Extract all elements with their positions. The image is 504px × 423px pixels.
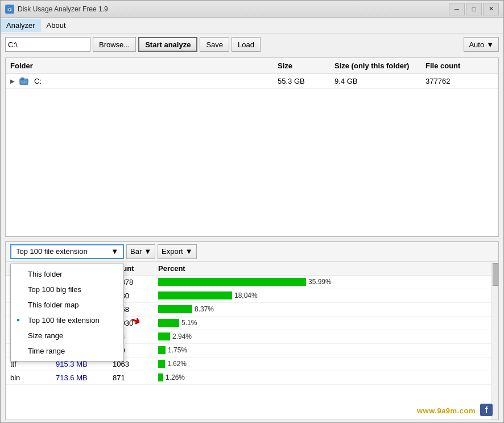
percent-text: 18,04%	[234, 291, 258, 299]
menu-size-range[interactable]: Size range	[11, 328, 123, 343]
export-label: Export	[162, 247, 183, 256]
row-percent: 35.99%	[158, 278, 487, 286]
bottom-toolbar: Top 100 file extension ▼ Bar ▼ Export ▼	[6, 242, 498, 262]
size-range-label: Size range	[28, 331, 63, 340]
svg-rect-8	[20, 80, 27, 80]
header-size: Size	[278, 61, 334, 70]
save-button[interactable]: Save	[200, 37, 229, 52]
dropdown-menu: This folder Top 100 big files This folde…	[10, 264, 124, 362]
row-percent: 2.94%	[158, 332, 487, 340]
chart-type-arrow-icon: ▼	[111, 247, 118, 256]
bar-fill	[158, 360, 165, 368]
menu-time-range[interactable]: Time range	[11, 343, 123, 359]
window-title: Disk Usage Analyzer Free 1.9	[18, 5, 449, 13]
export-arrow-icon: ▼	[185, 247, 193, 256]
auto-label: Auto	[469, 40, 484, 49]
svg-point-3	[9, 9, 11, 10]
menu-bar: Analyzer About	[1, 18, 503, 34]
svg-point-7	[23, 81, 25, 83]
browse-button[interactable]: Browse...	[93, 37, 136, 52]
percent-text: 2.94%	[172, 332, 192, 340]
auto-button[interactable]: Auto ▼	[464, 37, 499, 52]
row-percent: 1.62%	[158, 360, 487, 368]
svg-rect-1	[7, 6, 10, 7]
path-input[interactable]	[5, 37, 90, 52]
main-table-panel: Folder Size Size (only this folder) File…	[5, 58, 499, 237]
scrollbar[interactable]	[491, 262, 498, 420]
bar-arrow-icon: ▼	[144, 247, 151, 256]
close-button[interactable]: ✕	[483, 3, 499, 15]
time-range-label: Time range	[28, 347, 65, 355]
title-bar: Disk Usage Analyzer Free 1.9 ─ □ ✕	[1, 1, 503, 18]
menu-this-folder[interactable]: This folder	[11, 266, 123, 282]
bottom-area: Top 100 file extension ▼ Bar ▼ Export ▼ …	[5, 241, 499, 421]
row-percent: 1.75%	[158, 346, 487, 354]
scrollbar-thumb[interactable]	[493, 263, 498, 286]
maximize-button[interactable]: □	[466, 3, 482, 15]
chart-row[interactable]: bin 713.6 MB 871 1.26%	[6, 371, 491, 385]
main-window: Disk Usage Analyzer Free 1.9 ─ □ ✕ Analy…	[0, 0, 504, 423]
row-percent: 5.1%	[158, 319, 487, 327]
top100-ext-label: Top 100 file extension	[28, 316, 100, 325]
percent-text: 35.99%	[308, 278, 332, 286]
row-file-count: 377762	[425, 77, 494, 85]
bar-label: Bar	[130, 247, 142, 256]
percent-text: 1.26%	[166, 373, 185, 381]
menu-item-about[interactable]: About	[41, 19, 72, 32]
facebook-icon[interactable]: f	[480, 404, 493, 416]
chart-header-percent: Percent	[158, 264, 487, 273]
header-file-count: File count	[425, 61, 494, 70]
top100-big-label: Top 100 big files	[28, 285, 81, 294]
expand-arrow-icon[interactable]: ▶	[10, 78, 17, 85]
row-folder-name: C:	[32, 77, 278, 85]
row-size: 713.6 MB	[56, 373, 113, 382]
this-folder-label: This folder	[28, 270, 63, 278]
bar-fill	[158, 278, 306, 286]
row-size-only: 9.4 GB	[334, 77, 425, 85]
minimize-button[interactable]: ─	[449, 3, 465, 15]
bar-fill	[158, 346, 166, 354]
menu-item-analyzer[interactable]: Analyzer	[1, 19, 41, 32]
row-size: 55.3 GB	[278, 77, 334, 85]
header-folder: Folder	[10, 61, 278, 70]
chart-type-label: Top 100 file extension	[16, 247, 88, 256]
bar-dropdown[interactable]: Bar ▼	[126, 244, 155, 259]
percent-text: 1.62%	[167, 360, 187, 368]
bar-fill	[158, 373, 163, 381]
app-icon	[5, 5, 14, 14]
export-dropdown[interactable]: Export ▼	[158, 244, 196, 259]
percent-text: 1.75%	[168, 346, 187, 354]
watermark: www.9a9m.com	[417, 406, 476, 415]
percent-text: 8.37%	[195, 305, 214, 313]
menu-top100-big[interactable]: Top 100 big files	[11, 282, 123, 297]
row-count: 871	[113, 373, 158, 382]
bar-fill	[158, 319, 179, 327]
menu-this-folder-map[interactable]: This folder map	[11, 297, 123, 313]
row-percent: 8.37%	[158, 305, 487, 313]
bar-fill	[158, 291, 232, 299]
drive-icon	[19, 77, 28, 86]
table-header: Folder Size Size (only this folder) File…	[6, 58, 498, 74]
header-size-only: Size (only this folder)	[334, 61, 425, 70]
this-folder-map-label: This folder map	[28, 301, 79, 309]
auto-arrow-icon: ▼	[486, 40, 494, 49]
toolbar: Browse... Start analyze Save Load Auto ▼	[1, 34, 503, 55]
menu-top100-ext[interactable]: Top 100 file extension ➜	[11, 313, 123, 328]
window-controls: ─ □ ✕	[449, 3, 499, 15]
start-analyze-button[interactable]: Start analyze	[138, 37, 197, 52]
load-button[interactable]: Load	[232, 37, 261, 52]
percent-text: 5.1%	[181, 319, 197, 327]
svg-rect-5	[21, 77, 24, 79]
table-row[interactable]: ▶ C: 55.3 GB 9.4 GB 377762	[6, 74, 498, 89]
chart-type-dropdown[interactable]: Top 100 file extension ▼	[10, 244, 124, 259]
row-ext: bin	[10, 373, 56, 382]
row-percent: 18,04%	[158, 291, 487, 299]
row-percent: 1.26%	[158, 373, 487, 381]
bar-fill	[158, 305, 192, 313]
bar-fill	[158, 332, 170, 340]
